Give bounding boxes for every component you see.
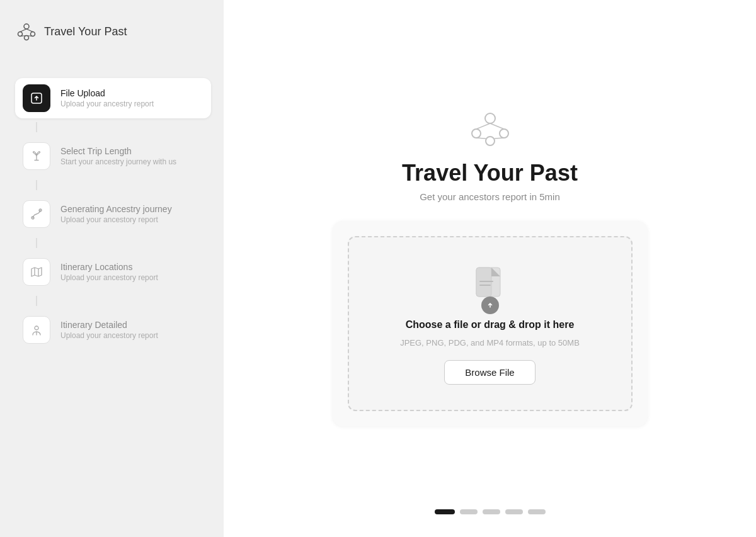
pagination-dot-1[interactable] [435,509,455,514]
sidebar-item-file-upload-subtitle: Upload your ancestry report [60,99,154,108]
ancestors-icon [469,111,512,149]
upload-icon [23,84,50,112]
sidebar-item-generating-text: Generating Ancestry journey Upload your … [60,204,172,224]
upload-label: Choose a file or drag & drop it here [406,319,575,331]
connector-4 [36,296,37,306]
main-subtitle: Get your ancestors report in 5min [420,191,560,202]
svg-point-2 [31,32,35,37]
upload-arrow-badge [481,297,499,314]
sidebar-item-file-upload[interactable]: File Upload Upload your ancestry report [15,78,211,118]
app-title: Travel Your Past [44,25,127,38]
sidebar-item-file-upload-text: File Upload Upload your ancestry report [60,88,154,108]
main-title: Travel Your Past [402,160,578,186]
svg-point-1 [18,32,23,37]
pagination-dot-3[interactable] [483,509,500,514]
pagination-dot-4[interactable] [505,509,523,514]
svg-line-4 [20,29,26,32]
svg-line-20 [476,138,486,138]
upload-dropzone[interactable]: Choose a file or drag & drop it here JPE… [348,236,633,411]
main-content: Travel Your Past Get your ancestors repo… [224,0,756,537]
sidebar-item-itinerary-detailed-subtitle: Upload your ancestory report [60,331,158,340]
svg-point-3 [25,36,29,40]
route-icon [23,200,50,228]
svg-point-13 [35,326,38,330]
sidebar-item-itinerary-locations[interactable]: Itinerary Locations Upload your ancestor… [15,252,211,292]
sidebar-item-itinerary-detailed[interactable]: Itinerary Detailed Upload your ancestory… [15,310,211,350]
svg-point-17 [486,137,495,145]
file-drop-icon [467,263,513,309]
sidebar-item-itinerary-locations-subtitle: Upload your ancestory report [60,273,158,282]
sidebar-item-itinerary-locations-text: Itinerary Locations Upload your ancestor… [60,262,158,282]
person-pin-icon [23,316,50,344]
sidebar-nav: File Upload Upload your ancestry report … [15,78,211,350]
connector-2 [36,180,37,190]
palm-icon [23,142,50,170]
svg-point-15 [472,129,481,138]
sidebar-item-generating-title: Generating Ancestry journey [60,204,172,214]
pagination-dot-2[interactable] [460,509,478,514]
sidebar: Travel Your Past File Upload Upload your… [0,0,224,537]
sidebar-item-select-trip-subtitle: Start your ancestry journey with us [60,157,176,166]
svg-line-21 [495,138,504,138]
logo-icon [15,20,38,43]
connector-1 [36,122,37,132]
sidebar-item-select-trip-text: Select Trip Length Start your ancestry j… [60,146,176,166]
sidebar-item-file-upload-title: File Upload [60,88,154,98]
svg-point-0 [24,24,29,29]
upload-hint: JPEG, PNG, PDG, and MP4 formats, up to 5… [400,338,580,348]
pagination-dot-5[interactable] [528,509,546,514]
pagination [435,509,546,514]
sidebar-item-select-trip[interactable]: Select Trip Length Start your ancestry j… [15,136,211,176]
sidebar-item-generating[interactable]: Generating Ancestry journey Upload your … [15,194,211,234]
sidebar-item-select-trip-title: Select Trip Length [60,146,176,156]
sidebar-item-itinerary-detailed-title: Itinerary Detailed [60,320,158,330]
connector-3 [36,238,37,248]
map-icon [23,258,50,286]
svg-line-19 [490,123,504,129]
browse-file-button[interactable]: Browse File [444,360,535,385]
sidebar-item-generating-subtitle: Upload your ancestory report [60,215,172,224]
svg-line-18 [476,123,490,129]
sidebar-item-itinerary-locations-title: Itinerary Locations [60,262,158,272]
sidebar-item-itinerary-detailed-text: Itinerary Detailed Upload your ancestory… [60,320,158,340]
logo-area: Travel Your Past [15,15,211,48]
main-center: Travel Your Past Get your ancestors repo… [333,111,648,426]
svg-point-14 [485,113,495,123]
upload-card: Choose a file or drag & drop it here JPE… [333,221,648,426]
svg-line-5 [26,29,33,32]
svg-point-16 [500,129,508,138]
